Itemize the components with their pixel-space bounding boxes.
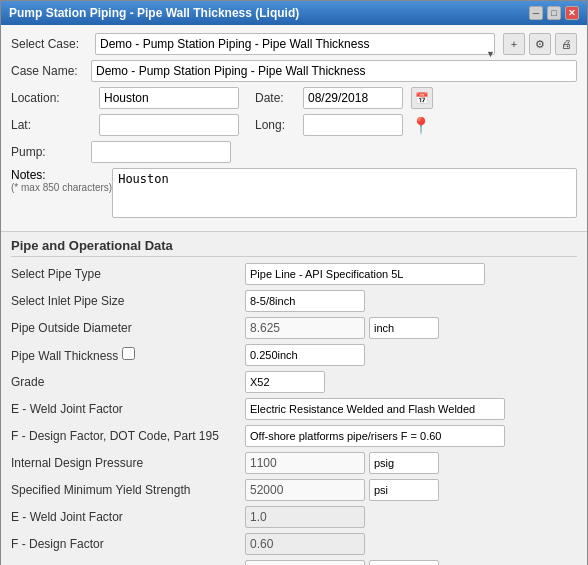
weld-joint-factor-label: E - Weld Joint Factor xyxy=(11,402,241,416)
notes-hint: (* max 850 characters) xyxy=(11,182,112,193)
notes-label: Notes: xyxy=(11,168,112,182)
wall-thickness-label: Pipe Wall Thickness xyxy=(11,347,241,363)
select-case-label: Select Case: xyxy=(11,37,91,51)
outside-diameter-input[interactable] xyxy=(245,317,365,339)
design-factor-value-label: F - Design Factor xyxy=(11,537,241,551)
pipe-data-section: Pipe and Operational Data Select Pipe Ty… xyxy=(1,231,587,565)
outside-diameter-row: Pipe Outside Diameter inch xyxy=(11,317,577,339)
pump-row: Pump: xyxy=(11,141,577,163)
section-title: Pipe and Operational Data xyxy=(11,238,577,257)
settings-button[interactable]: ⚙ xyxy=(529,33,551,55)
internal-pressure-label: Internal Design Pressure xyxy=(11,456,241,470)
close-button[interactable]: ✕ xyxy=(565,6,579,20)
weld-joint-factor-value-row: E - Weld Joint Factor xyxy=(11,506,577,528)
internal-pressure-unit[interactable]: psig xyxy=(369,452,439,474)
long-input[interactable] xyxy=(303,114,403,136)
select-case-input[interactable] xyxy=(95,33,495,55)
sum-allowances-unit[interactable]: inch xyxy=(369,560,439,565)
date-label: Date: xyxy=(255,91,295,105)
weld-joint-factor-row: E - Weld Joint Factor Electric Resistanc… xyxy=(11,398,577,420)
notes-textarea[interactable]: Houston xyxy=(112,168,577,218)
yield-strength-row: Specified Minimum Yield Strength psi xyxy=(11,479,577,501)
gear-icon: ⚙ xyxy=(535,38,545,51)
sum-allowances-row: A - Sum of Allowances inch xyxy=(11,560,577,565)
design-factor-value xyxy=(245,533,365,555)
minimize-button[interactable]: ─ xyxy=(529,6,543,20)
wall-thickness-select[interactable]: 0.250inch xyxy=(245,344,365,366)
add-case-button[interactable]: + xyxy=(503,33,525,55)
inlet-size-label: Select Inlet Pipe Size xyxy=(11,294,241,308)
outside-diameter-unit[interactable]: inch xyxy=(369,317,439,339)
wall-thickness-row: Pipe Wall Thickness 0.250inch xyxy=(11,344,577,366)
calendar-button[interactable]: 📅 xyxy=(411,87,433,109)
internal-pressure-input[interactable] xyxy=(245,452,365,474)
yield-strength-unit[interactable]: psi xyxy=(369,479,439,501)
calendar-icon: 📅 xyxy=(415,92,429,105)
lat-long-row: Lat: Long: 📍 xyxy=(11,114,577,136)
window-title: Pump Station Piping - Pipe Wall Thicknes… xyxy=(9,6,299,20)
design-factor-row: F - Design Factor, DOT Code, Part 195 Of… xyxy=(11,425,577,447)
internal-pressure-row: Internal Design Pressure psig xyxy=(11,452,577,474)
weld-joint-factor-value xyxy=(245,506,365,528)
pump-label: Pump: xyxy=(11,145,91,159)
minimize-icon: ─ xyxy=(533,8,539,18)
design-factor-select[interactable]: Off-shore platforms pipe/risers F = 0.60 xyxy=(245,425,505,447)
map-pin-icon: 📍 xyxy=(411,116,431,135)
lat-label: Lat: xyxy=(11,118,91,132)
pipe-type-row: Select Pipe Type Pipe Line - API Specifi… xyxy=(11,263,577,285)
location-date-row: Location: Date: 📅 xyxy=(11,87,577,109)
grade-label: Grade xyxy=(11,375,241,389)
design-factor-label: F - Design Factor, DOT Code, Part 195 xyxy=(11,429,241,443)
grade-select[interactable]: X52 xyxy=(245,371,325,393)
design-factor-value-row: F - Design Factor xyxy=(11,533,577,555)
location-input[interactable] xyxy=(99,87,239,109)
wall-thickness-checkbox[interactable] xyxy=(122,347,135,360)
print-icon: 🖨 xyxy=(561,38,572,50)
wall-thickness-text: Pipe Wall Thickness xyxy=(11,349,122,363)
grade-row: Grade X52 xyxy=(11,371,577,393)
top-form-section: Select Case: ▼ + ⚙ 🖨 Case Name: Location… xyxy=(1,25,587,231)
notes-row: Notes: (* max 850 characters) Houston xyxy=(11,168,577,218)
yield-strength-label: Specified Minimum Yield Strength xyxy=(11,483,241,497)
maximize-icon: □ xyxy=(551,8,556,18)
print-button[interactable]: 🖨 xyxy=(555,33,577,55)
title-bar: Pump Station Piping - Pipe Wall Thicknes… xyxy=(1,1,587,25)
outside-diameter-label: Pipe Outside Diameter xyxy=(11,321,241,335)
inlet-size-row: Select Inlet Pipe Size 8-5/8inch xyxy=(11,290,577,312)
weld-joint-factor-value-label: E - Weld Joint Factor xyxy=(11,510,241,524)
select-case-row: Select Case: ▼ + ⚙ 🖨 xyxy=(11,33,577,55)
date-input[interactable] xyxy=(303,87,403,109)
window-controls: ─ □ ✕ xyxy=(529,6,579,20)
case-name-label: Case Name: xyxy=(11,64,91,78)
sum-allowances-input[interactable] xyxy=(245,560,365,565)
inlet-size-select[interactable]: 8-5/8inch xyxy=(245,290,365,312)
main-window: Pump Station Piping - Pipe Wall Thicknes… xyxy=(0,0,588,565)
pump-input[interactable] xyxy=(91,141,231,163)
add-icon: + xyxy=(511,38,517,50)
weld-joint-factor-select[interactable]: Electric Resistance Welded and Flash Wel… xyxy=(245,398,505,420)
yield-strength-input[interactable] xyxy=(245,479,365,501)
select-case-dropdown-icon: ▼ xyxy=(486,49,495,59)
case-name-row: Case Name: xyxy=(11,60,577,82)
lat-input[interactable] xyxy=(99,114,239,136)
pipe-type-label: Select Pipe Type xyxy=(11,267,241,281)
pipe-type-select[interactable]: Pipe Line - API Specification 5L xyxy=(245,263,485,285)
location-label: Location: xyxy=(11,91,91,105)
maximize-button[interactable]: □ xyxy=(547,6,561,20)
case-name-input[interactable] xyxy=(91,60,577,82)
close-icon: ✕ xyxy=(568,8,576,18)
long-label: Long: xyxy=(255,118,295,132)
